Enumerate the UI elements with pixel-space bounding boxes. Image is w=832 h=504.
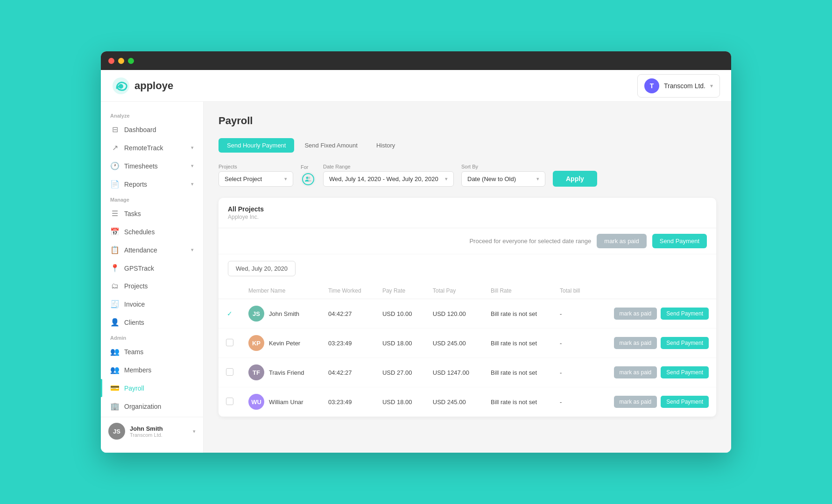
sidebar-item-clients[interactable]: 👤 Clients	[101, 313, 203, 331]
sort-select[interactable]: Date (New to Old) ▾	[461, 171, 545, 187]
members-icon: 👥	[110, 365, 120, 374]
col-pay-rate: Pay Rate	[375, 283, 425, 299]
date-range-value: Wed, July 14, 2020 - Wed, July 20, 2020	[329, 175, 438, 182]
apply-button[interactable]: Apply	[553, 171, 597, 187]
sidebar-section-manage: Manage	[101, 193, 203, 204]
mark-paid-all-button[interactable]: mark as paid	[597, 234, 646, 248]
sidebar-item-remotetrack[interactable]: ↗ RemoteTrack ▾	[101, 139, 203, 157]
gpstrack-icon: 📍	[110, 264, 120, 273]
sidebar-item-tasks[interactable]: ☰ Tasks	[101, 204, 203, 223]
sidebar-label-members: Members	[124, 366, 194, 374]
sidebar-item-payroll[interactable]: 💳 Payroll	[101, 379, 203, 397]
company-selector[interactable]: T Transcom Ltd. ▾	[637, 74, 720, 98]
user-info: John Smith Transcom Ltd.	[130, 425, 188, 438]
for-icon[interactable]	[301, 172, 316, 187]
sidebar-label-clients: Clients	[124, 319, 194, 326]
date-badge: Wed, July 20, 2020	[228, 261, 296, 276]
sidebar-item-timesheets[interactable]: 🕐 Timesheets ▾	[101, 157, 203, 175]
pay-rate-cell: USD 27.00	[375, 358, 425, 387]
check-cell[interactable]	[219, 329, 241, 358]
invoice-icon: 🧾	[110, 300, 120, 308]
mark-paid-button[interactable]: mark as paid	[614, 396, 657, 408]
member-name-cell: TFTravis Friend	[241, 358, 321, 387]
sidebar-item-teams[interactable]: 👥 Teams	[101, 343, 203, 361]
filter-group-projects: Projects Select Project ▾	[219, 164, 293, 187]
col-total-bill: Total bill	[552, 283, 592, 299]
sort-value: Date (New to Old)	[467, 175, 516, 182]
send-payment-button[interactable]: Send Payment	[661, 366, 709, 378]
total-pay-cell: USD 1247.00	[425, 358, 483, 387]
date-range-select[interactable]: Wed, July 14, 2020 - Wed, July 20, 2020 …	[323, 171, 454, 187]
row-actions: mark as paidSend Payment	[592, 358, 716, 387]
tab-history[interactable]: History	[368, 138, 403, 153]
total-bill-cell: -	[552, 387, 592, 417]
sidebar-label-reports: Reports	[124, 181, 186, 188]
sidebar-label-organization: Organization	[124, 403, 194, 410]
company-name: Transcom Ltd.	[664, 82, 705, 90]
total-pay-cell: USD 245.00	[425, 329, 483, 358]
chevron-icon: ▾	[191, 145, 194, 151]
filter-group-sortby: Sort By Date (New to Old) ▾	[461, 164, 545, 187]
bill-rate-cell: Bill rate is not set	[483, 329, 552, 358]
checkbox[interactable]	[226, 398, 233, 405]
page-title: Payroll	[219, 115, 716, 127]
total-bill-cell: -	[552, 329, 592, 358]
checkbox[interactable]	[226, 368, 233, 376]
mark-paid-button[interactable]: mark as paid	[614, 337, 657, 349]
sidebar-user[interactable]: JS John Smith Transcom Ltd. ▾	[101, 417, 203, 445]
col-time-worked: Time Worked	[321, 283, 375, 299]
top-header: apploye T Transcom Ltd. ▾	[101, 70, 731, 102]
table-row: KPKevin Peter03:23:49USD 18.00USD 245.00…	[219, 329, 716, 358]
tab-send-hourly[interactable]: Send Hourly Payment	[219, 138, 294, 153]
sidebar-item-organization[interactable]: 🏢 Organization	[101, 397, 203, 415]
pay-rate-cell: USD 18.00	[375, 329, 425, 358]
dot-red[interactable]	[108, 58, 114, 64]
sidebar-item-members[interactable]: 👥 Members	[101, 361, 203, 379]
send-payment-button[interactable]: Send Payment	[661, 308, 709, 320]
sidebar-label-invoice: Invoice	[124, 301, 194, 308]
content-area: Payroll Send Hourly Payment Send Fixed A…	[204, 102, 731, 453]
check-cell[interactable]	[219, 387, 241, 417]
row-actions: mark as paidSend Payment	[592, 329, 716, 358]
dot-green[interactable]	[128, 58, 134, 64]
filter-group-daterange: Date Range Wed, July 14, 2020 - Wed, Jul…	[323, 164, 454, 187]
sidebar-item-reports[interactable]: 📄 Reports ▾	[101, 175, 203, 193]
send-payment-button[interactable]: Send Payment	[661, 396, 709, 408]
sidebar-item-schedules[interactable]: 📅 Schedules	[101, 223, 203, 241]
sidebar-item-invoice[interactable]: 🧾 Invoice	[101, 295, 203, 313]
projects-select[interactable]: Select Project ▾	[219, 171, 293, 187]
total-bill-cell: -	[552, 299, 592, 329]
sidebar-item-dashboard[interactable]: ⊟ Dashboard	[101, 120, 203, 139]
table-row: TFTravis Friend04:42:27USD 27.00USD 1247…	[219, 358, 716, 387]
member-name: Kevin Peter	[269, 340, 300, 347]
mark-paid-button[interactable]: mark as paid	[614, 366, 657, 378]
sidebar: Analyze ⊟ Dashboard ↗ RemoteTrack ▾ 🕐 Ti…	[101, 102, 204, 453]
dot-yellow[interactable]	[118, 58, 124, 64]
user-name: John Smith	[130, 425, 188, 432]
chevron-down-icon: ▾	[710, 83, 713, 89]
user-company: Transcom Ltd.	[130, 432, 188, 438]
member-name: Travis Friend	[269, 369, 304, 376]
send-payment-button[interactable]: Send Payment	[661, 337, 709, 349]
sidebar-item-gpstrack[interactable]: 📍 GPSTrack	[101, 259, 203, 277]
sidebar-item-projects[interactable]: 🗂 Projects	[101, 277, 203, 295]
member-avatar: WU	[248, 394, 264, 410]
time-worked-cell: 04:42:27	[321, 299, 375, 329]
send-payment-all-button[interactable]: Send Payment	[652, 234, 707, 248]
attendance-icon: 📋	[110, 245, 120, 254]
bill-rate-cell: Bill rate is not set	[483, 299, 552, 329]
sidebar-item-attendance[interactable]: 📋 Attendance ▾	[101, 241, 203, 259]
check-cell[interactable]: ✓	[219, 299, 241, 329]
tab-send-fixed[interactable]: Send Fixed Amount	[296, 138, 366, 153]
sidebar-label-gpstrack: GPSTrack	[124, 265, 194, 272]
sidebar-section-analyze: Analyze	[101, 109, 203, 120]
mark-paid-button[interactable]: mark as paid	[614, 308, 657, 320]
check-cell[interactable]	[219, 358, 241, 387]
row-actions: mark as paidSend Payment	[592, 299, 716, 329]
svg-point-1	[119, 84, 123, 89]
payroll-icon: 💳	[110, 384, 120, 392]
time-worked-cell: 03:23:49	[321, 387, 375, 417]
user-avatar: JS	[108, 423, 125, 440]
logo-icon	[112, 77, 130, 95]
checkbox[interactable]	[226, 339, 233, 346]
